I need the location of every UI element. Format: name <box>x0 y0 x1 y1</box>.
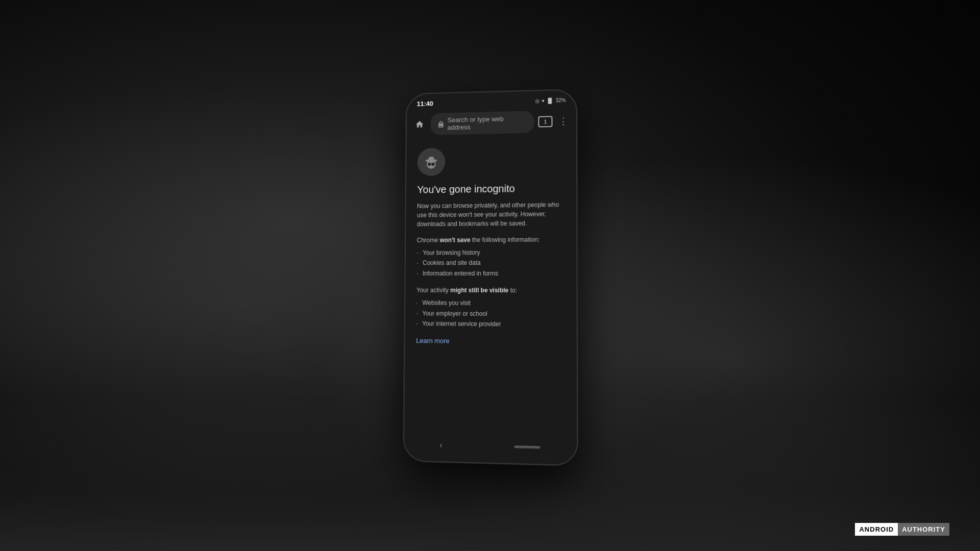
search-placeholder: Search or type web address <box>447 114 527 131</box>
menu-dots-icon: ⋮ <box>559 116 568 127</box>
list-item: Information entered in forms <box>416 268 565 279</box>
learn-more-link[interactable]: Learn more <box>416 337 449 345</box>
visible-prefix: Your activity <box>416 287 450 294</box>
svg-point-5 <box>431 163 434 166</box>
incognito-title: You've gone incognito <box>417 182 565 195</box>
visible-section: Your activity might still be visible to:… <box>416 286 565 330</box>
wont-save-prefix: Chrome <box>417 237 440 244</box>
svg-point-4 <box>428 163 431 166</box>
visible-bold: might still be visible <box>450 287 508 294</box>
incognito-hat-icon <box>422 153 440 171</box>
battery-icon: 32% <box>555 97 566 103</box>
back-button[interactable]: ‹ <box>439 440 442 449</box>
visible-text: Your activity might still be visible to: <box>416 286 565 295</box>
incognito-search-icon <box>437 120 445 128</box>
home-indicator <box>514 445 540 448</box>
watermark: ANDROID AUTHORITY <box>855 523 949 536</box>
bottom-nav: ‹ <box>404 432 577 465</box>
location-icon: ◎ <box>535 98 540 104</box>
status-time: 11:40 <box>417 100 433 108</box>
wont-save-suffix: the following information: <box>470 236 540 244</box>
wont-save-list: Your browsing history Cookies and site d… <box>416 247 565 279</box>
incognito-content: You've gone incognito Now you can browse… <box>405 135 576 357</box>
status-icons: ◎ ▾ ▐▌ 32% <box>535 97 566 104</box>
phone-device: 11:40 ◎ ▾ ▐▌ 32% <box>403 89 578 466</box>
tabs-button[interactable]: 1 <box>538 116 552 127</box>
wifi-icon: ▾ <box>542 98 544 104</box>
list-item: Cookies and site data <box>416 258 565 268</box>
menu-button[interactable]: ⋮ <box>557 114 570 129</box>
tabs-count: 1 <box>544 119 547 124</box>
incognito-description: Now you can browse privately, and other … <box>417 200 565 229</box>
browser-nav-bar: Search or type web address 1 ⋮ <box>407 107 576 138</box>
phone-screen: 11:40 ◎ ▾ ▐▌ 32% <box>404 90 577 465</box>
power-button <box>577 182 578 217</box>
home-button[interactable] <box>412 117 426 132</box>
wont-save-bold: won't save <box>439 236 470 243</box>
watermark-authority: AUTHORITY <box>898 523 949 536</box>
visible-suffix: to: <box>508 287 517 294</box>
wont-save-section: Chrome won't save the following informat… <box>416 235 565 279</box>
wont-save-text: Chrome won't save the following informat… <box>417 235 565 244</box>
phone-wrapper: 11:40 ◎ ▾ ▐▌ 32% <box>403 89 577 462</box>
watermark-android: ANDROID <box>855 523 898 536</box>
signal-icon: ▐▌ <box>546 98 553 104</box>
list-item: Websites you visit <box>416 298 565 309</box>
incognito-avatar <box>417 148 445 177</box>
list-item: Your browsing history <box>416 247 565 258</box>
list-item: Your employer or school <box>416 308 565 319</box>
search-bar[interactable]: Search or type web address <box>430 111 534 135</box>
list-item: Your internet service provider <box>416 318 565 330</box>
visible-list: Websites you visit Your employer or scho… <box>416 298 565 330</box>
